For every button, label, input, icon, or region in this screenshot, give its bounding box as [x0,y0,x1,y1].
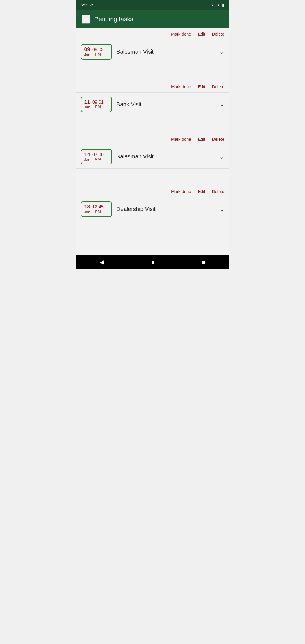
settings-icon: ⚙ [90,3,94,7]
task-2-edit[interactable]: Edit [198,84,205,89]
task-4-mark-done[interactable]: Mark done [171,189,191,194]
task-2-time: 09:01 PM [92,100,104,109]
status-time: 5:25 [81,3,88,7]
task-3-delete[interactable]: Delete [212,137,224,142]
task-3-mark-done[interactable]: Mark done [171,137,191,142]
task-4-spacer [76,221,229,238]
task-3-ampm: PM [95,157,101,161]
task-3-month: Jan [84,157,90,162]
task-3-row: 14 Jan 07:00 PM Salesman Visit ⌄ [76,145,229,169]
task-4-ampm: PM [95,210,101,214]
status-right: ▲ ▲ ▮ [211,3,224,7]
task-2-row: 11 Jan 09:01 PM Bank Visit ⌄ [76,93,229,116]
status-bar: 5:25 ⚙ · ▲ ▲ ▮ [76,0,229,10]
nav-back-button[interactable]: ◀ [100,258,104,266]
task-3-time: 07:00 PM [92,152,104,162]
task-2-ampm: PM [95,105,101,109]
nav-home-button[interactable]: ● [151,258,155,266]
task-3-spacer [76,169,229,186]
task-4-spacer2 [76,238,229,255]
task-2-month: Jan [84,105,90,109]
task-4-date: 18 Jan [84,204,90,214]
task-3-action-row: Mark done Edit Delete [76,133,229,145]
task-1-action-row: Mark done Edit Delete [76,28,229,40]
task-2-expand-icon[interactable]: ⌄ [219,101,224,108]
back-button[interactable]: ← [82,15,90,24]
task-2-mark-done[interactable]: Mark done [171,84,191,89]
wifi-icon: ▲ [211,3,215,7]
battery-icon: ▮ [222,3,224,7]
task-1-edit[interactable]: Edit [198,32,205,36]
nav-bar: ◀ ● ■ [76,255,229,269]
task-1-mark-done[interactable]: Mark done [171,32,191,36]
task-4-month: Jan [84,210,90,214]
task-2-badge: 11 Jan 09:01 PM [81,97,112,112]
nav-recents-button[interactable]: ■ [202,258,205,266]
task-4-action-row: Mark done Edit Delete [76,186,229,197]
task-2-spacer [76,116,229,133]
task-1-spacer [76,64,229,81]
task-2-delete[interactable]: Delete [212,84,224,89]
task-1-row: 09 Jan 09:03 PM Salesman Visit ⌄ [76,40,229,64]
task-4-expand-icon[interactable]: ⌄ [219,206,224,213]
task-3-date: 14 Jan [84,152,90,162]
dot-icon: · [95,3,97,7]
task-2-title: Bank Visit [116,101,219,108]
task-4-delete[interactable]: Delete [212,189,224,194]
task-1-time-value: 09:03 [92,47,104,52]
task-4-time: 12:45 PM [92,204,104,214]
task-4-edit[interactable]: Edit [198,189,205,194]
task-3-day: 14 [84,152,90,158]
task-2-action-row: Mark done Edit Delete [76,81,229,93]
task-4-time-value: 12:45 [92,204,104,210]
task-1-title: Salesman Visit [116,49,219,55]
task-2-date: 11 Jan [84,99,90,109]
page-title: Pending tasks [94,16,133,23]
task-list: Mark done Edit Delete 09 Jan 09:03 PM Sa… [76,28,229,255]
task-1-month: Jan [84,53,90,57]
task-4-badge: 18 Jan 12:45 PM [81,201,112,217]
task-3-title: Salesman Visit [116,153,219,160]
task-1-day: 09 [84,47,90,53]
app-header: ← Pending tasks [76,10,229,28]
task-3-edit[interactable]: Edit [198,137,205,142]
task-4-title: Dealership Visit [116,206,219,212]
task-4-row: 18 Jan 12:45 PM Dealership Visit ⌄ [76,197,229,221]
task-4-day: 18 [84,204,90,210]
task-3-expand-icon[interactable]: ⌄ [219,153,224,160]
task-1-time: 09:03 PM [92,47,104,56]
task-1-date: 09 Jan [84,47,90,57]
task-3-time-value: 07:00 [92,152,104,157]
task-3-badge: 14 Jan 07:00 PM [81,149,112,165]
task-1-expand-icon[interactable]: ⌄ [219,48,224,55]
task-1-delete[interactable]: Delete [212,32,224,36]
task-1-badge: 09 Jan 09:03 PM [81,44,112,60]
task-2-time-value: 09:01 [92,100,104,105]
signal-icon: ▲ [216,3,220,7]
task-1-ampm: PM [95,52,101,56]
status-left: 5:25 ⚙ · [81,3,97,7]
task-2-day: 11 [84,99,90,105]
